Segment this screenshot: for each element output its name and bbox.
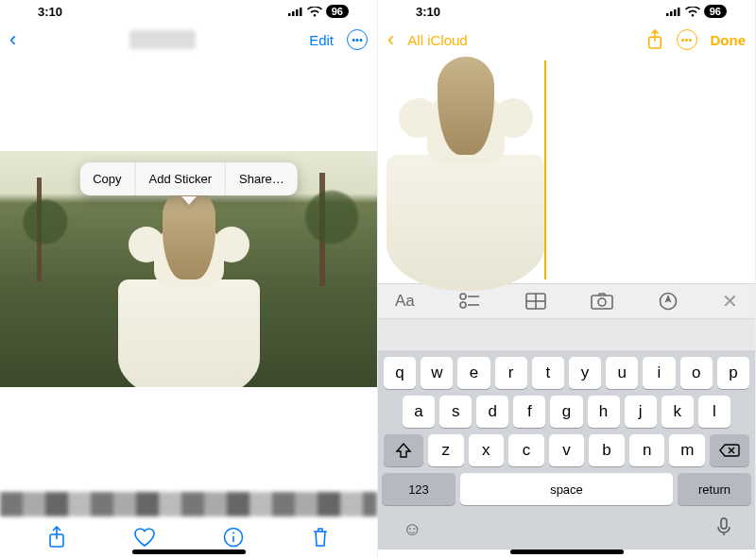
context-add-sticker[interactable]: Add Sticker bbox=[136, 162, 226, 195]
svg-point-7 bbox=[232, 533, 234, 534]
favorite-heart-icon[interactable] bbox=[133, 527, 156, 548]
photo-viewer: Copy Add Sticker Share… bbox=[0, 57, 377, 558]
key-i[interactable]: i bbox=[643, 357, 675, 389]
svg-point-21 bbox=[598, 298, 606, 306]
key-o[interactable]: o bbox=[680, 357, 713, 389]
wifi-icon bbox=[685, 7, 700, 17]
back-all-icloud-button[interactable]: All iCloud bbox=[407, 32, 467, 48]
markup-icon[interactable] bbox=[659, 292, 678, 311]
svg-rect-11 bbox=[678, 8, 680, 16]
space-key[interactable]: space bbox=[460, 473, 673, 505]
share-icon[interactable] bbox=[47, 526, 66, 549]
key-n[interactable]: n bbox=[629, 434, 665, 466]
wifi-icon bbox=[307, 7, 322, 17]
key-s[interactable]: s bbox=[439, 396, 472, 428]
pasted-subject-cutout[interactable] bbox=[393, 57, 539, 278]
status-right: 96 bbox=[666, 5, 727, 18]
svg-rect-2 bbox=[296, 9, 299, 16]
subject-context-menu: Copy Add Sticker Share… bbox=[79, 162, 298, 195]
key-m[interactable]: m bbox=[669, 434, 705, 466]
context-menu-pointer bbox=[181, 196, 197, 205]
key-z[interactable]: z bbox=[428, 434, 464, 466]
key-a[interactable]: a bbox=[403, 396, 435, 428]
return-key[interactable]: return bbox=[678, 473, 751, 505]
home-indicator[interactable] bbox=[132, 550, 246, 554]
svg-rect-1 bbox=[292, 11, 295, 16]
dictation-mic-icon[interactable] bbox=[717, 517, 730, 540]
key-d[interactable]: d bbox=[476, 396, 508, 428]
battery-badge: 96 bbox=[326, 5, 349, 18]
photos-app-screenshot: 3:10 96 ‹ Edit ••• bbox=[0, 0, 378, 558]
notes-share-icon[interactable] bbox=[646, 29, 663, 50]
emoji-key[interactable]: ☺ bbox=[403, 518, 421, 540]
shift-key[interactable] bbox=[384, 434, 423, 466]
battery-badge: 96 bbox=[704, 5, 727, 18]
key-j[interactable]: j bbox=[625, 396, 657, 428]
photos-nav-title bbox=[129, 30, 196, 49]
back-chevron-icon[interactable]: ‹ bbox=[9, 27, 16, 52]
backspace-key[interactable] bbox=[710, 434, 749, 466]
svg-rect-9 bbox=[670, 11, 673, 16]
info-icon[interactable] bbox=[223, 527, 244, 548]
notes-nav-bar: ‹ All iCloud ••• Done bbox=[378, 23, 755, 57]
edit-button[interactable]: Edit bbox=[309, 32, 334, 48]
key-u[interactable]: u bbox=[606, 357, 638, 389]
key-t[interactable]: t bbox=[532, 357, 564, 389]
back-chevron-icon[interactable]: ‹ bbox=[387, 27, 394, 52]
context-share[interactable]: Share… bbox=[226, 162, 298, 195]
keyboard-bottom-row: ☺ bbox=[382, 512, 751, 540]
ios-keyboard: qwertyuiop asdfghjkl zxcvbnm 123 space r… bbox=[378, 351, 755, 550]
key-v[interactable]: v bbox=[549, 434, 585, 466]
key-h[interactable]: h bbox=[588, 396, 620, 428]
notes-more-icon[interactable]: ••• bbox=[677, 29, 697, 50]
close-toolbar-icon[interactable]: ✕ bbox=[722, 290, 738, 313]
note-canvas[interactable] bbox=[378, 57, 755, 283]
done-button[interactable]: Done bbox=[711, 32, 747, 48]
home-indicator[interactable] bbox=[510, 550, 624, 554]
photo-subject-person[interactable] bbox=[123, 189, 255, 387]
key-w[interactable]: w bbox=[421, 357, 453, 389]
key-r[interactable]: r bbox=[495, 357, 527, 389]
svg-rect-0 bbox=[288, 13, 291, 16]
notes-app-screenshot: 3:10 96 ‹ All iCloud ••• Done bbox=[378, 0, 756, 558]
key-x[interactable]: x bbox=[469, 434, 505, 466]
context-copy[interactable]: Copy bbox=[79, 162, 135, 195]
key-f[interactable]: f bbox=[513, 396, 545, 428]
camera-icon[interactable] bbox=[591, 293, 613, 310]
svg-rect-20 bbox=[592, 296, 612, 309]
table-icon[interactable] bbox=[525, 293, 546, 310]
keyboard-row-3-letters: zxcvbnm bbox=[428, 434, 705, 466]
key-c[interactable]: c bbox=[508, 434, 544, 466]
svg-point-15 bbox=[460, 302, 466, 308]
key-g[interactable]: g bbox=[550, 396, 582, 428]
trash-icon[interactable] bbox=[311, 526, 330, 549]
text-cursor bbox=[544, 60, 546, 279]
key-p[interactable]: p bbox=[717, 357, 749, 389]
notes-format-toolbar: Aa ✕ bbox=[378, 283, 755, 319]
photos-nav-bar: ‹ Edit ••• bbox=[0, 23, 377, 57]
key-e[interactable]: e bbox=[457, 357, 490, 389]
status-bar: 3:10 96 bbox=[0, 0, 377, 23]
key-b[interactable]: b bbox=[589, 434, 625, 466]
photo-image[interactable]: Copy Add Sticker Share… bbox=[0, 151, 377, 387]
keyboard-row-4: 123 space return bbox=[382, 473, 751, 505]
svg-rect-25 bbox=[721, 518, 727, 529]
photo-thumbnail-strip[interactable] bbox=[0, 492, 377, 516]
text-format-button[interactable]: Aa bbox=[395, 292, 415, 311]
svg-point-13 bbox=[460, 294, 466, 299]
keyboard-suggestion-bar[interactable] bbox=[378, 319, 755, 351]
key-k[interactable]: k bbox=[662, 396, 694, 428]
checklist-icon[interactable] bbox=[459, 293, 480, 310]
key-q[interactable]: q bbox=[384, 357, 416, 389]
key-y[interactable]: y bbox=[569, 357, 601, 389]
numbers-key[interactable]: 123 bbox=[382, 473, 455, 505]
key-l[interactable]: l bbox=[698, 396, 730, 428]
keyboard-row-2: asdfghjkl bbox=[382, 396, 751, 428]
note-editor[interactable]: Aa ✕ qwertyuiop asdfghjkl zxc bbox=[378, 57, 755, 558]
status-bar: 3:10 96 bbox=[378, 0, 755, 23]
more-menu-icon[interactable]: ••• bbox=[347, 29, 368, 50]
keyboard-row-1: qwertyuiop bbox=[382, 357, 751, 389]
svg-rect-3 bbox=[300, 8, 302, 16]
status-time: 3:10 bbox=[416, 5, 440, 19]
cellular-signal-icon bbox=[288, 7, 303, 16]
